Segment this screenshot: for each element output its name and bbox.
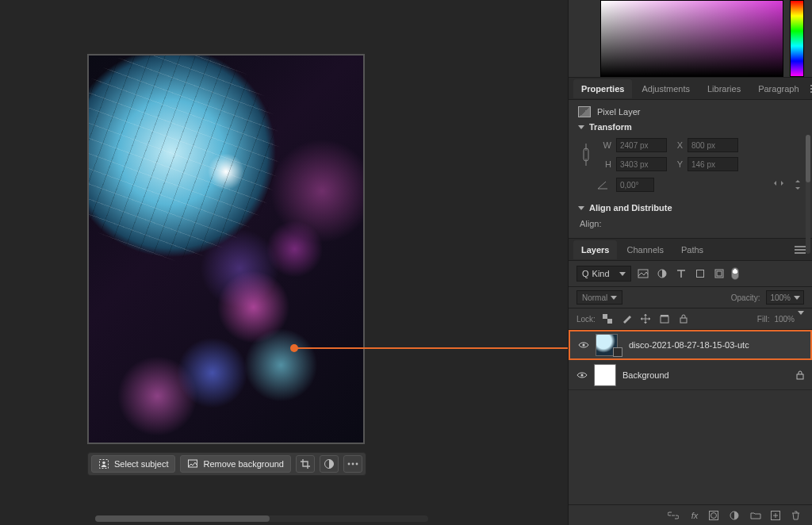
canvas-frame[interactable]: [87, 54, 365, 444]
svg-point-21: [711, 512, 717, 518]
contextual-task-bar: Select subject Remove background: [87, 452, 366, 476]
svg-rect-19: [797, 374, 803, 379]
layer-list: disco-2021-08-27-18-15-03-utc Background: [569, 330, 812, 504]
link-layers-icon[interactable]: [668, 512, 680, 519]
tab-paths[interactable]: Paths: [673, 240, 711, 259]
properties-tabstrip: Properties Adjustments Libraries Paragra…: [569, 78, 812, 100]
annotation-line: [293, 347, 569, 349]
w-label: W: [600, 140, 611, 150]
svg-point-17: [582, 343, 584, 346]
chevron-down-icon: [611, 296, 617, 300]
add-mask-icon[interactable]: [709, 511, 722, 520]
lock-label: Lock:: [576, 315, 596, 324]
opacity-value-text: 100%: [770, 293, 791, 302]
layers-tabstrip: Layers Channels Paths: [569, 239, 812, 261]
filter-shape-icon[interactable]: [693, 266, 707, 281]
pixel-layer-indicator: Pixel Layer: [578, 106, 802, 117]
fx-icon[interactable]: fx: [688, 511, 701, 520]
filter-prefix: Q: [582, 269, 589, 278]
svg-rect-16: [680, 318, 687, 323]
tab-channels[interactable]: Channels: [619, 240, 671, 259]
canvas-image[interactable]: [89, 56, 363, 443]
align-section-toggle[interactable]: Align and Distribute: [578, 203, 802, 213]
delete-layer-icon[interactable]: [791, 511, 804, 520]
layer-thumbnail[interactable]: [594, 364, 616, 386]
layer-row[interactable]: Background: [569, 360, 812, 390]
layer-name[interactable]: Background: [622, 370, 790, 380]
panel-scrollbar[interactable]: [806, 135, 810, 254]
select-subject-icon: [98, 458, 109, 469]
mask-icon-button[interactable]: [320, 455, 339, 473]
more-icon-button[interactable]: [343, 455, 362, 473]
layer-lock-icon[interactable]: [796, 370, 804, 380]
lock-artboard-icon[interactable]: [657, 312, 672, 326]
layer-filter-kind[interactable]: Q Kind: [576, 266, 631, 282]
lock-all-icon[interactable]: [676, 312, 691, 326]
filter-smart-icon[interactable]: [712, 266, 726, 281]
visibility-toggle-icon[interactable]: [576, 371, 588, 379]
filter-type-icon[interactable]: [674, 266, 688, 281]
chevron-down-icon: [578, 206, 584, 210]
crop-icon-button[interactable]: [296, 455, 315, 473]
lock-transparent-icon[interactable]: [600, 312, 615, 326]
y-input[interactable]: [688, 157, 738, 171]
panel-scrollbar-thumb[interactable]: [806, 135, 810, 182]
properties-panel-body: Pixel Layer Transform W X H Y: [569, 100, 812, 239]
filter-adjust-icon[interactable]: [655, 266, 669, 281]
color-field[interactable]: [600, 0, 783, 77]
svg-rect-11: [717, 271, 722, 276]
lock-pixels-icon[interactable]: [619, 312, 634, 326]
svg-point-18: [580, 374, 583, 376]
blend-mode-select[interactable]: Normal: [576, 290, 622, 305]
height-input[interactable]: [616, 157, 667, 171]
chevron-down-icon: [619, 272, 626, 276]
layers-footer: fx: [569, 504, 812, 525]
angle-icon: [597, 180, 608, 190]
pixel-layer-icon: [578, 106, 591, 117]
transform-fields: W X H Y: [581, 138, 802, 171]
fill-value[interactable]: 100%: [774, 315, 804, 324]
chevron-down-icon: [578, 125, 584, 129]
color-picker-panel: [569, 0, 812, 78]
h-label: H: [600, 159, 611, 169]
angle-input[interactable]: [616, 178, 654, 192]
app-root: Select subject Remove background: [0, 0, 812, 525]
filter-toggle[interactable]: [731, 267, 739, 280]
width-input[interactable]: [616, 138, 667, 152]
tab-adjustments[interactable]: Adjustments: [634, 79, 698, 98]
layer-name[interactable]: disco-2021-08-27-18-15-03-utc: [629, 340, 802, 350]
fill-label: Fill:: [757, 315, 770, 324]
flip-vertical-icon[interactable]: [793, 178, 802, 191]
layer-row[interactable]: disco-2021-08-27-18-15-03-utc: [569, 330, 812, 360]
visibility-toggle-icon[interactable]: [578, 341, 589, 349]
svg-rect-13: [607, 319, 612, 324]
hue-slider[interactable]: [790, 0, 804, 77]
horizontal-scrollbar-thumb[interactable]: [95, 515, 270, 522]
select-subject-button[interactable]: Select subject: [91, 455, 175, 473]
blend-mode-value: Normal: [582, 293, 607, 302]
adjustment-layer-icon[interactable]: [730, 511, 742, 520]
svg-rect-12: [603, 314, 607, 319]
tab-libraries[interactable]: Libraries: [699, 79, 749, 98]
blend-opacity-row: Normal Opacity: 100%: [569, 287, 812, 308]
filter-pixel-icon[interactable]: [636, 266, 650, 281]
group-layers-icon[interactable]: [750, 511, 763, 519]
opacity-value[interactable]: 100%: [766, 290, 804, 305]
tab-paragraph[interactable]: Paragraph: [750, 79, 806, 98]
x-input[interactable]: [688, 138, 738, 152]
lock-position-icon[interactable]: [638, 312, 653, 326]
layers-filter-row: Q Kind: [569, 261, 812, 287]
remove-background-icon: [187, 458, 198, 469]
tab-layers[interactable]: Layers: [573, 240, 617, 259]
link-dimensions-icon[interactable]: [581, 143, 596, 167]
right-panels: Properties Adjustments Libraries Paragra…: [568, 0, 812, 525]
horizontal-scrollbar[interactable]: [95, 515, 428, 522]
tab-properties[interactable]: Properties: [573, 79, 632, 98]
transform-header: Transform: [589, 122, 632, 132]
layers-panel: Q Kind Normal Opacity: 100%: [569, 261, 812, 525]
transform-section-toggle[interactable]: Transform: [578, 122, 802, 132]
new-layer-icon[interactable]: [771, 511, 783, 520]
align-label: Align:: [580, 219, 802, 228]
flip-horizontal-icon[interactable]: [772, 178, 785, 191]
remove-background-button[interactable]: Remove background: [180, 455, 291, 473]
